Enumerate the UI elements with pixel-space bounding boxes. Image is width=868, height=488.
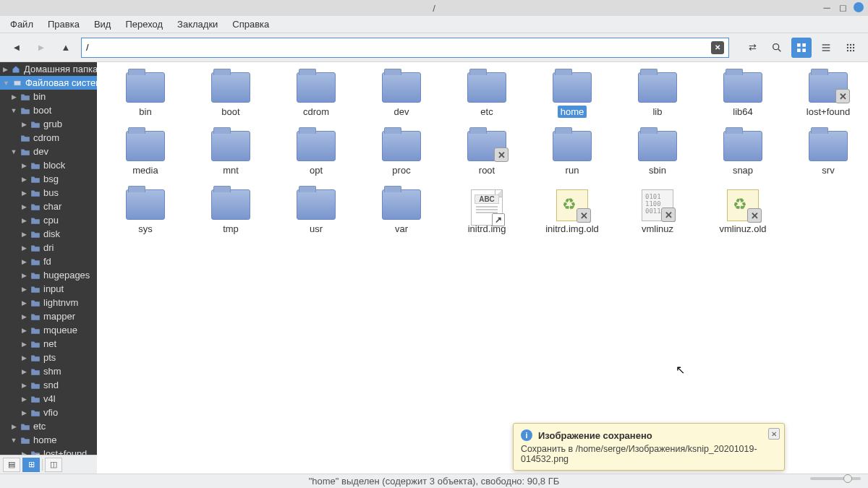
item-etc[interactable]: etc [444,72,529,118]
sidebar-item-etc[interactable]: ▶etc [0,419,97,433]
menu-bookmarks[interactable]: Закладки [171,17,224,31]
recycle-file-icon: ♻✕ [727,189,759,221]
sidebar-item-net[interactable]: ▶net [0,337,97,351]
sidebar-item-bsg[interactable]: ▶bsg [0,172,97,186]
path-input[interactable] [86,42,711,53]
path-input-container[interactable]: ✕ [81,38,729,58]
item-sbin[interactable]: sbin [615,131,700,176]
sidebar-item-home[interactable]: ▼home [0,433,97,447]
item-label: cdrom [300,106,332,118]
item-lib64[interactable]: lib64 [700,72,786,118]
item-initrd.img[interactable]: ABCinitrd.img [444,189,529,235]
svg-point-17 [853,49,854,51]
close-button[interactable] [854,2,864,12]
sidebar-item-bus[interactable]: ▶bus [0,186,97,200]
search-button[interactable] [767,38,787,58]
menu-edit[interactable]: Правка [42,17,85,31]
menu-file[interactable]: Файл [4,17,39,31]
menu-go[interactable]: Переход [119,17,169,31]
zoom-slider[interactable] [810,477,861,480]
tree-pane-button[interactable]: ⊞ [22,458,40,472]
locked-icon: ✕ [747,208,762,223]
item-sys[interactable]: sys [103,189,188,235]
sidebar-root-Файловая систем[interactable]: ▼Файловая систем [0,76,97,90]
item-proc[interactable]: proc [359,131,444,176]
sidebar-root-Домашняя папка[interactable]: ▶Домашняя папка [0,62,97,76]
places-pane-button[interactable]: ▤ [3,458,20,472]
sidebar-item-mapper[interactable]: ▶mapper [0,309,97,323]
svg-point-14 [853,46,854,48]
forward-button[interactable]: ► [32,38,51,57]
sidebar-item-mqueue[interactable]: ▶mqueue [0,323,97,337]
item-boot[interactable]: boot [188,72,273,118]
sidebar-item-pts[interactable]: ▶pts [0,351,97,364]
item-mnt[interactable]: mnt [188,131,273,176]
item-lib[interactable]: lib [615,72,700,118]
compact-view-button[interactable] [841,38,861,58]
folder-icon [211,189,250,220]
extra-pane-button[interactable]: ◫ [45,458,62,472]
item-label: var [392,223,411,235]
item-vmlinuz.old[interactable]: ♻✕vmlinuz.old [700,189,786,235]
item-vmlinuz[interactable]: 010111000011✕vmlinuz [615,189,700,235]
item-run[interactable]: run [529,131,615,176]
item-media[interactable]: media [103,131,188,176]
svg-rect-4 [797,48,801,52]
sidebar-item-hugepages[interactable]: ▶hugepages [0,268,97,282]
item-root[interactable]: ✕root [444,131,529,176]
sidebar-item-shm[interactable]: ▶shm [0,364,97,378]
sidebar-item-dev[interactable]: ▼dev [0,145,97,158]
item-snap[interactable]: snap [700,131,786,176]
maximize-button[interactable]: ◻ [838,2,848,12]
notification-close-button[interactable]: ✕ [768,428,780,440]
back-button[interactable]: ◄ [7,38,26,57]
item-home[interactable]: home [529,72,615,118]
folder-icon [809,131,848,161]
item-usr[interactable]: usr [273,189,359,235]
svg-rect-3 [802,43,806,47]
item-bin[interactable]: bin [103,72,188,118]
item-label: lib [650,106,665,118]
content-area[interactable]: binbootcdromdevetchomeliblib64✕lost+foun… [97,62,868,474]
locked-icon: ✕ [494,147,509,162]
svg-point-9 [847,43,848,45]
minimize-button[interactable]: ─ [822,2,832,12]
sidebar-item-bin[interactable]: ▶bin [0,90,97,103]
notification-title: Изображение сохранено [538,430,652,441]
item-srv[interactable]: srv [786,131,868,176]
item-var[interactable]: var [359,189,444,235]
text-file-icon: ABC [471,189,503,226]
item-cdrom[interactable]: cdrom [273,72,359,118]
item-dev[interactable]: dev [359,72,444,118]
sidebar-item-block[interactable]: ▶block [0,158,97,172]
sidebar[interactable]: ▶Домашняя папка▼Файловая систем▶bin▼boot… [0,62,97,474]
up-button[interactable]: ▲ [56,38,75,57]
sidebar-item-lightnvm[interactable]: ▶lightnvm [0,296,97,309]
sidebar-item-cdrom[interactable]: cdrom [0,131,97,145]
item-label: vmlinuz [639,223,676,235]
item-initrd.img.old[interactable]: ♻✕initrd.img.old [529,189,615,235]
toolbar: ◄ ► ▲ ✕ ⇄ [0,33,868,62]
sidebar-item-snd[interactable]: ▶snd [0,378,97,392]
menu-view[interactable]: Вид [88,17,117,31]
clear-path-icon[interactable]: ✕ [711,41,724,54]
sidebar-item-dri[interactable]: ▶dri [0,241,97,254]
sidebar-item-input[interactable]: ▶input [0,282,97,296]
sidebar-item-disk[interactable]: ▶disk [0,227,97,241]
sidebar-item-char[interactable]: ▶char [0,200,97,213]
sidebar-item-v4l[interactable]: ▶v4l [0,392,97,406]
item-label: boot [218,106,242,118]
sidebar-item-boot[interactable]: ▼boot [0,103,97,117]
list-view-button[interactable] [816,38,836,58]
item-tmp[interactable]: tmp [188,189,273,235]
sidebar-item-grub[interactable]: ▶grub [0,117,97,131]
sidebar-item-fd[interactable]: ▶fd [0,254,97,268]
toggle-location-button[interactable]: ⇄ [742,38,762,58]
item-opt[interactable]: opt [273,131,359,176]
menu-help[interactable]: Справка [226,17,275,31]
item-label: lib64 [730,106,755,118]
sidebar-item-vfio[interactable]: ▶vfio [0,406,97,419]
sidebar-item-cpu[interactable]: ▶cpu [0,213,97,227]
icon-view-button[interactable] [791,38,812,58]
item-lost+found[interactable]: ✕lost+found [786,72,868,118]
